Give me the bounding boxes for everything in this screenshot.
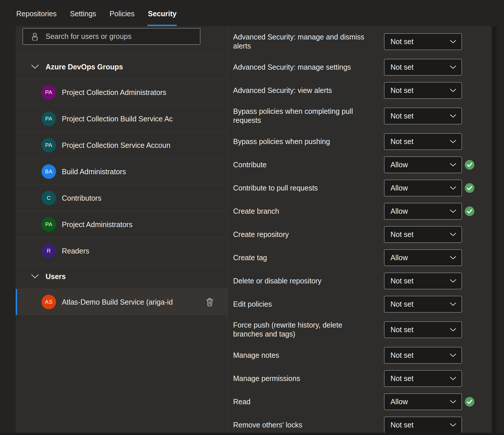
- permission-control: Not set: [384, 273, 474, 289]
- permission-control: Not set: [384, 321, 474, 338]
- chevron-down-icon: [450, 400, 456, 404]
- permission-label: Create repository: [233, 225, 384, 244]
- avatar: BA: [42, 164, 56, 179]
- item-label: Build Administrators: [62, 168, 227, 176]
- permission-dropdown-bypass-policies-when-completing-pull-requests[interactable]: Not set: [384, 108, 462, 124]
- list-item-project-collection-service-accoun[interactable]: PAProject Collection Service Accoun: [16, 132, 227, 158]
- dropdown-selected-value: Not set: [390, 63, 450, 71]
- permission-row-create-repository: Create repositoryNot set: [233, 223, 488, 246]
- item-label: Atlas-Demo Build Service (ariga-id: [62, 298, 199, 306]
- permission-control: Allow: [384, 203, 474, 220]
- avatar: PA: [42, 138, 56, 152]
- check-icon: [467, 186, 472, 190]
- permission-dropdown-manage-permissions[interactable]: Not set: [384, 370, 462, 387]
- section-header-users[interactable]: Users: [16, 264, 227, 289]
- permission-row-manage-permissions: Manage permissionsNot set: [233, 367, 488, 390]
- section-header-azure-devops-groups[interactable]: Azure DevOps Groups: [16, 54, 227, 79]
- dropdown-selected-value: Not set: [390, 300, 450, 308]
- permission-dropdown-manage-notes[interactable]: Not set: [384, 347, 462, 364]
- list-item-build-administrators[interactable]: BABuild Administrators: [16, 158, 227, 185]
- permission-control: Not set: [384, 417, 474, 433]
- list-item-project-administrators[interactable]: PAProject Administrators: [16, 211, 227, 238]
- list-item-project-collection-administrators[interactable]: PAProject Collection Administrators: [16, 79, 227, 105]
- permission-control: Not set: [384, 59, 474, 76]
- item-label: Contributors: [62, 194, 227, 202]
- permission-label: Edit policies: [233, 295, 384, 314]
- dropdown-selected-value: Allow: [390, 254, 450, 262]
- permission-row-create-tag: Create tagAllow: [233, 246, 488, 269]
- permission-label: Advanced Security: manage and dismiss al…: [233, 28, 384, 55]
- tab-repositories[interactable]: Repositories: [16, 0, 57, 26]
- permission-label: Delete or disable repository: [233, 272, 384, 290]
- chevron-down-icon: [450, 423, 456, 427]
- permission-dropdown-create-repository[interactable]: Not set: [384, 226, 462, 243]
- permission-label: Advanced Security: manage settings: [233, 58, 384, 77]
- item-label: Project Administrators: [62, 220, 227, 229]
- tab-security[interactable]: Security: [147, 0, 177, 26]
- tab-policies[interactable]: Policies: [109, 0, 135, 26]
- avatar: AS: [42, 295, 56, 309]
- chevron-down-icon[interactable]: [31, 64, 39, 69]
- permission-dropdown-advanced-security-manage-and-dismiss-alerts[interactable]: Not set: [384, 33, 462, 50]
- permission-dropdown-remove-others-locks[interactable]: Not set: [384, 417, 462, 433]
- identity-panel: Azure DevOps GroupsPAProject Collection …: [16, 26, 228, 433]
- list-item-project-collection-build-service-ac[interactable]: PAProject Collection Build Service Ac: [16, 105, 227, 132]
- list-item-readers[interactable]: RReaders: [16, 238, 227, 264]
- chevron-down-icon: [450, 353, 456, 357]
- scrollbar-track[interactable]: [492, 26, 496, 433]
- granted-check-badge: [465, 206, 474, 216]
- chevron-down-icon: [450, 328, 456, 332]
- right-margin: [496, 26, 504, 433]
- person-icon: [31, 33, 39, 41]
- dropdown-selected-value: Not set: [390, 137, 450, 146]
- search-input[interactable]: [45, 32, 195, 41]
- permission-control: Not set: [384, 370, 474, 387]
- permission-control: Not set: [384, 33, 474, 50]
- granted-indicator-slot: [462, 160, 474, 170]
- permission-label: Create branch: [233, 202, 384, 221]
- section-label: Users: [46, 272, 66, 281]
- chevron-down-icon: [450, 89, 456, 92]
- chevron-down-icon: [450, 163, 456, 167]
- permission-label: Manage permissions: [233, 369, 384, 388]
- item-label: Project Collection Build Service Ac: [62, 115, 227, 123]
- chevron-down-icon: [450, 209, 456, 213]
- avatar: PA: [42, 112, 56, 126]
- permission-control: Not set: [384, 296, 474, 312]
- chevron-down-icon: [450, 186, 456, 190]
- item-label: Project Collection Administrators: [62, 88, 227, 97]
- permission-label: Contribute to pull requests: [233, 179, 384, 197]
- permission-dropdown-contribute[interactable]: Allow: [384, 157, 462, 173]
- permission-dropdown-advanced-security-manage-settings[interactable]: Not set: [384, 59, 462, 76]
- permission-dropdown-create-branch[interactable]: Allow: [384, 203, 462, 220]
- permission-label: Contribute: [233, 155, 384, 174]
- granted-indicator-slot: [462, 206, 474, 216]
- granted-indicator-slot: [462, 397, 474, 407]
- permission-dropdown-delete-or-disable-repository[interactable]: Not set: [384, 273, 462, 289]
- permission-dropdown-create-tag[interactable]: Allow: [384, 249, 462, 266]
- chevron-down-icon[interactable]: [31, 274, 39, 279]
- permission-row-force-push-rewrite-history-delete-branches-and-tags: Force push (rewrite history, delete bran…: [233, 316, 488, 344]
- permission-dropdown-contribute-to-pull-requests[interactable]: Allow: [384, 180, 462, 196]
- permission-label: Create tag: [233, 248, 384, 267]
- permission-row-create-branch: Create branchAllow: [233, 199, 488, 223]
- dropdown-selected-value: Allow: [390, 161, 450, 169]
- granted-check-badge: [465, 397, 474, 407]
- dropdown-selected-value: Allow: [390, 184, 450, 192]
- permission-dropdown-edit-policies[interactable]: Not set: [384, 296, 462, 312]
- permission-dropdown-read[interactable]: Allow: [384, 393, 462, 410]
- remove-user-button[interactable]: [205, 297, 215, 307]
- item-label: Project Collection Service Accoun: [62, 141, 227, 150]
- tab-settings[interactable]: Settings: [70, 0, 96, 26]
- permission-control: Allow: [384, 249, 474, 266]
- dropdown-selected-value: Not set: [390, 374, 450, 383]
- granted-indicator-slot: [462, 183, 474, 193]
- avatar: PA: [42, 217, 56, 232]
- identity-list: Azure DevOps GroupsPAProject Collection …: [16, 54, 227, 315]
- permission-dropdown-bypass-policies-when-pushing[interactable]: Not set: [384, 133, 462, 150]
- permission-dropdown-force-push-rewrite-history-delete-branches-and-tags[interactable]: Not set: [384, 321, 462, 338]
- permission-label: Advanced Security: view alerts: [233, 81, 384, 100]
- list-item-atlas-demo-build-service-ariga-id[interactable]: ASAtlas-Demo Build Service (ariga-id: [16, 289, 227, 315]
- permission-dropdown-advanced-security-view-alerts[interactable]: Not set: [384, 82, 462, 99]
- list-item-contributors[interactable]: CContributors: [16, 185, 227, 211]
